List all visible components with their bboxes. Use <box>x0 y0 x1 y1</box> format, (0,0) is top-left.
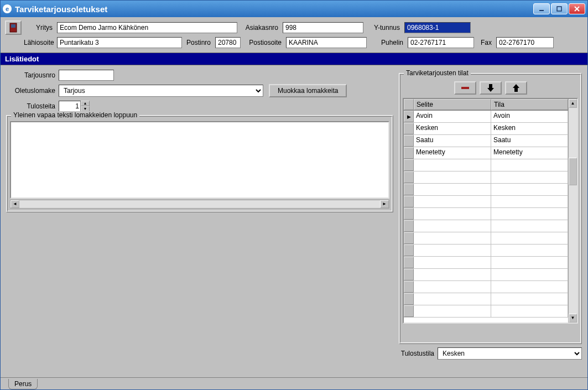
cell-tila[interactable] <box>491 245 568 256</box>
tilat-group: Tarviketarjousten tilat <box>399 73 582 344</box>
cell-selite[interactable]: Menetetty <box>414 147 491 159</box>
table-row[interactable]: KeskenKesken <box>404 123 568 135</box>
table-row[interactable] <box>404 159 568 171</box>
cell-selite[interactable] <box>414 269 491 280</box>
row-indicator <box>404 208 414 220</box>
postiosoite-field[interactable] <box>286 37 367 48</box>
tulosteita-field[interactable] <box>59 101 81 112</box>
puhelin-field[interactable] <box>408 37 474 48</box>
cell-selite[interactable] <box>414 257 491 268</box>
move-down-button[interactable] <box>480 81 502 95</box>
scroll-down-icon[interactable]: ▼ <box>569 314 577 323</box>
table-row[interactable] <box>404 196 568 208</box>
cell-tila[interactable] <box>491 196 568 207</box>
scroll-right-icon[interactable]: ► <box>380 200 389 208</box>
cell-tila[interactable] <box>491 220 568 232</box>
postinro-field[interactable] <box>215 37 241 48</box>
minus-icon <box>461 87 469 89</box>
table-row[interactable] <box>404 184 568 196</box>
grid-header-tila[interactable]: Tila <box>491 99 568 110</box>
tarjousnro-field[interactable] <box>59 70 114 81</box>
cell-tila[interactable] <box>491 281 568 293</box>
scroll-left-icon[interactable]: ◄ <box>11 200 19 208</box>
ytunnus-field[interactable] <box>404 22 471 33</box>
grid-vscrollbar[interactable]: ▲ ▼ <box>568 99 577 323</box>
cell-selite[interactable] <box>414 171 491 183</box>
tulostustila-select[interactable]: Kesken <box>438 347 582 360</box>
cell-selite[interactable] <box>414 196 491 207</box>
cell-selite[interactable] <box>414 281 491 293</box>
cell-selite[interactable] <box>414 159 491 171</box>
tab-perus[interactable]: Perus <box>8 379 38 389</box>
cell-selite[interactable] <box>414 220 491 232</box>
label-puhelin: Puhelin <box>369 39 405 46</box>
cell-tila[interactable] <box>491 232 568 244</box>
yritys-field[interactable] <box>57 22 237 33</box>
section-header: Lisätiedot <box>1 53 587 65</box>
table-row[interactable] <box>404 269 568 281</box>
cell-tila[interactable]: Avoin <box>491 111 568 122</box>
label-postiosoite: Postiosoite <box>243 39 284 46</box>
cell-selite[interactable]: Kesken <box>414 123 491 134</box>
table-row[interactable]: SaatuSaatu <box>404 135 568 147</box>
cell-tila[interactable] <box>491 184 568 195</box>
cell-tila[interactable] <box>491 269 568 280</box>
spinner-up-icon[interactable]: ▲ <box>81 101 90 106</box>
cell-tila[interactable] <box>491 305 568 317</box>
cell-tila[interactable] <box>491 208 568 220</box>
scroll-up-icon[interactable]: ▲ <box>569 99 577 108</box>
cell-tila[interactable] <box>491 159 568 171</box>
lahiosoite-field[interactable] <box>57 37 182 48</box>
grid-header-selite[interactable]: Selite <box>414 99 491 110</box>
cell-selite[interactable] <box>414 208 491 220</box>
cell-tila[interactable] <box>491 293 568 305</box>
row-indicator <box>404 196 414 207</box>
table-row[interactable] <box>404 305 568 318</box>
svg-rect-6 <box>461 87 469 89</box>
table-row[interactable] <box>404 293 568 305</box>
cell-selite[interactable] <box>414 305 491 317</box>
cell-selite[interactable] <box>414 184 491 195</box>
muokkaa-lomakkeita-button[interactable]: Muokkaa lomakkeita <box>269 84 347 97</box>
tilat-legend: Tarviketarjousten tilat <box>404 69 471 77</box>
memo-hscrollbar[interactable]: ◄ ► <box>10 200 389 209</box>
delete-row-button[interactable] <box>454 81 476 95</box>
table-row[interactable] <box>404 208 568 220</box>
cell-selite[interactable] <box>414 245 491 256</box>
oletuslomake-select[interactable]: Tarjous <box>59 85 263 97</box>
table-row[interactable] <box>404 257 568 269</box>
row-indicator <box>404 257 414 268</box>
table-row[interactable] <box>404 232 568 245</box>
move-up-button[interactable] <box>505 81 527 95</box>
tilat-grid[interactable]: Selite Tila ▶AvoinAvoinKeskenKeskenSaatu… <box>403 98 578 324</box>
cell-tila[interactable]: Saatu <box>491 135 568 147</box>
vapaa-teksti-memo[interactable] <box>10 121 389 199</box>
row-indicator <box>404 281 414 293</box>
tulosteita-spinner[interactable]: ▲ ▼ <box>59 101 90 112</box>
asiakasnro-field[interactable] <box>283 22 363 33</box>
maximize-button[interactable] <box>551 3 568 14</box>
cell-selite[interactable]: Saatu <box>414 135 491 147</box>
cell-tila[interactable]: Kesken <box>491 123 568 134</box>
table-row[interactable]: MenetettyMenetetty <box>404 147 568 159</box>
table-row[interactable] <box>404 220 568 232</box>
cell-selite[interactable]: Avoin <box>414 111 491 122</box>
fax-field[interactable] <box>496 37 554 48</box>
window-title: Tarviketarjousoletukset <box>15 4 107 14</box>
cell-tila[interactable]: Menetetty <box>491 147 568 159</box>
label-tarjousnro: Tarjousnro <box>6 71 59 79</box>
table-row[interactable]: ▶AvoinAvoin <box>404 111 568 123</box>
record-icon-button[interactable] <box>5 20 22 35</box>
minimize-button[interactable] <box>533 3 550 14</box>
cell-tila[interactable] <box>491 171 568 183</box>
row-indicator <box>404 269 414 280</box>
cell-tila[interactable] <box>491 257 568 268</box>
cell-selite[interactable] <box>414 293 491 305</box>
table-row[interactable] <box>404 281 568 293</box>
titlebar: e Tarviketarjousoletukset <box>1 1 587 17</box>
table-row[interactable] <box>404 171 568 184</box>
scroll-thumb[interactable] <box>569 158 577 185</box>
close-button[interactable] <box>569 3 585 14</box>
table-row[interactable] <box>404 245 568 257</box>
cell-selite[interactable] <box>414 232 491 244</box>
